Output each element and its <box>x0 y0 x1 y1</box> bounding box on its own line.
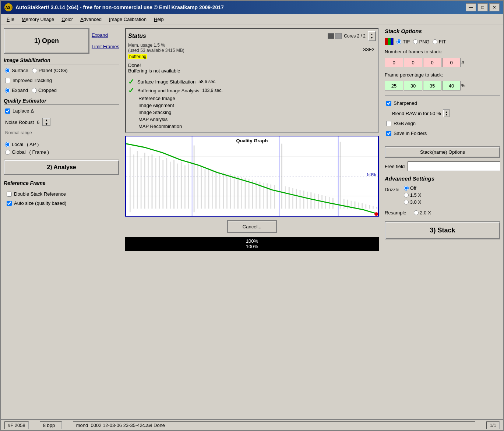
close-button[interactable]: ✕ <box>489 3 500 11</box>
menu-help[interactable]: Help <box>151 15 167 23</box>
main-content: 1) Open Expand Limit Frames Image Stabil… <box>1 25 503 419</box>
save-row: Save in Folders <box>385 129 500 137</box>
resample-label: Resample <box>385 210 406 215</box>
resample-2x-radio[interactable]: 2.0 X <box>414 210 431 215</box>
svg-rect-50 <box>292 188 293 209</box>
auto-size-checkbox[interactable]: Auto size (quality based) <box>5 199 118 207</box>
right-panel: Stack Options TIF PNG FIT Number of fram… <box>382 25 503 419</box>
surface-radio[interactable]: Surface <box>5 68 28 73</box>
maximize-button[interactable]: □ <box>477 3 488 11</box>
planet-cog-label: Planet (COG) <box>39 68 68 73</box>
blend-updown[interactable]: ▲▼ <box>443 109 450 117</box>
svg-rect-27 <box>204 169 205 209</box>
sharpened-checkbox[interactable]: Sharpened <box>385 99 419 107</box>
stack-button[interactable]: 3) Stack <box>385 221 500 239</box>
planet-cog-radio[interactable]: Planet (COG) <box>32 68 68 73</box>
save-folders-checkbox[interactable]: Save in Folders <box>385 129 428 137</box>
percent-input-3[interactable] <box>442 81 461 90</box>
cropped-radio[interactable]: Cropped <box>32 88 57 93</box>
menu-file[interactable]: File <box>4 15 17 23</box>
svg-rect-31 <box>219 172 220 209</box>
percent-input-1[interactable] <box>404 81 422 90</box>
laplace-label: Laplace Δ <box>13 108 34 114</box>
svg-rect-9 <box>137 151 138 209</box>
minimize-button[interactable]: — <box>466 3 476 11</box>
free-field-label: Free field <box>385 164 405 169</box>
stack-options-title: Stack Options <box>385 28 500 34</box>
sharpened-row: Sharpened <box>385 99 500 107</box>
drizzle-15x-radio[interactable]: 1.5 X <box>404 192 421 198</box>
percent-input-2[interactable] <box>423 81 441 90</box>
frame-input-2[interactable] <box>423 58 441 67</box>
status-item-label-3: Image Alignment <box>138 103 174 108</box>
svg-rect-13 <box>151 154 152 209</box>
sse2-label: SSE2 <box>363 47 374 52</box>
global-radio[interactable]: Global <box>5 149 26 155</box>
progress-line1: 100% <box>127 238 377 244</box>
svg-rect-39 <box>249 179 250 209</box>
noise-robust-spinner[interactable]: ▲▼ <box>42 118 50 126</box>
expand-link[interactable]: Expand <box>92 32 119 38</box>
menu-advanced[interactable]: Advanced <box>77 15 105 23</box>
status-bar: #F 2058 8 bpp mond_0002 12-03-06 23-35-4… <box>1 419 503 430</box>
analyse-button[interactable]: 2) Analyse <box>4 160 119 175</box>
status-item-3: Image Alignment <box>128 102 376 109</box>
global-label: Global <box>12 149 26 155</box>
svg-rect-72 <box>376 207 377 209</box>
limit-frames-link[interactable]: Limit Frames <box>92 44 119 49</box>
svg-rect-36 <box>237 176 239 209</box>
status-icon-dark <box>328 33 334 39</box>
svg-rect-44 <box>267 184 268 209</box>
frame-input-1[interactable] <box>404 58 422 67</box>
menu-color[interactable]: Color <box>59 15 76 23</box>
svg-rect-63 <box>343 199 345 209</box>
stack-name-button[interactable]: Stack(name) Options <box>385 146 500 158</box>
tif-radio[interactable]: TIF <box>396 39 410 44</box>
laplace-checkbox[interactable]: Laplace Δ <box>4 107 119 115</box>
frame-input-0[interactable] <box>385 58 403 67</box>
menu-memory-usage[interactable]: Memory Usage <box>19 15 57 23</box>
double-stack-checkbox[interactable]: Double Stack Reference <box>5 190 118 198</box>
svg-rect-69 <box>365 204 366 209</box>
hash-label: # <box>461 60 464 65</box>
fit-radio[interactable]: FIT <box>433 39 446 44</box>
percent-inputs: % <box>385 81 500 90</box>
rgb-align-checkbox[interactable]: RGB Align <box>385 120 417 127</box>
improved-tracking-checkbox[interactable]: Improved Tracking <box>4 76 119 84</box>
local-label: Local <box>12 142 23 147</box>
frames-label: Number of frames to stack: <box>385 49 500 54</box>
image-stabilization-title: Image Stabilization <box>4 57 119 64</box>
local-radio[interactable]: Local <box>5 142 23 147</box>
advanced-settings-title: Advanced Settings <box>385 175 500 182</box>
main-window: AS! AutoStakkert! 3.0.14 (x64) - free fo… <box>0 0 504 431</box>
svg-rect-26 <box>201 167 202 209</box>
cores-updown[interactable]: ▲▼ <box>368 31 376 41</box>
expand-radio[interactable]: Expand <box>5 88 28 93</box>
quality-graph-title: Quality Graph <box>236 138 268 143</box>
svg-rect-6 <box>338 136 339 216</box>
cancel-button[interactable]: Cancel... <box>227 220 277 233</box>
status-header-right: Cores 2 / 2 ▲▼ <box>328 31 376 41</box>
drizzle-30x-radio[interactable]: 3.0 X <box>404 199 421 205</box>
open-button[interactable]: 1) Open <box>4 28 89 54</box>
svg-rect-22 <box>184 165 186 209</box>
status-item-label-6: MAP Recombination <box>138 124 182 129</box>
svg-rect-35 <box>234 175 235 209</box>
divider-1 <box>385 95 500 96</box>
cores-label: Cores 2 / 2 <box>344 33 366 39</box>
double-stack-label: Double Stack Reference <box>14 191 66 197</box>
png-radio[interactable]: PNG <box>413 39 430 44</box>
noise-robust-value: 6 <box>37 120 39 125</box>
center-panel: Status Cores 2 / 2 ▲▼ Mem. usage 1.5 % (… <box>122 25 382 419</box>
svg-rect-56 <box>314 193 315 209</box>
frame-input-3[interactable] <box>442 58 461 67</box>
status-icons <box>328 33 342 39</box>
status-item-label-5: MAP Analysis <box>138 117 168 122</box>
drizzle-off-radio[interactable]: Off <box>404 185 421 191</box>
frames-inputs: # <box>385 58 500 67</box>
percent-input-0[interactable] <box>385 81 403 90</box>
normal-range-label: Normal range <box>4 129 119 136</box>
status-item-4: Image Stacking <box>128 109 376 116</box>
menu-image-calibration[interactable]: Image Calibration <box>106 15 149 23</box>
free-field-input[interactable] <box>408 161 500 171</box>
